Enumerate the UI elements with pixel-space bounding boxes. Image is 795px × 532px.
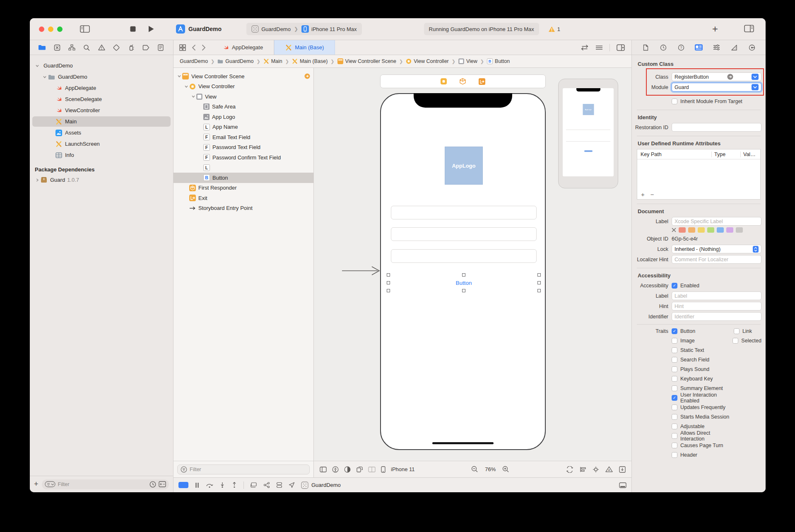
run-destination[interactable]: iPhone 11 Pro Max (311, 26, 357, 32)
editor-sidebar-icon[interactable] (320, 467, 327, 472)
outline-item-exit[interactable]: Exit (173, 193, 313, 203)
trait-image[interactable]: Image (672, 338, 695, 344)
trait-causes-page-turn[interactable]: Causes Page Turn (672, 443, 723, 448)
pause-icon[interactable] (195, 482, 200, 488)
breadcrumb-main-base-[interactable]: Main (Base) (292, 58, 328, 64)
inspector-tab-attributes[interactable] (708, 44, 725, 51)
accessibility-enabled-checkbox[interactable]: ✓ (672, 283, 677, 289)
localizer-hint-field[interactable]: Comment For Localizer (672, 255, 761, 264)
checkbox[interactable] (672, 404, 677, 410)
email-text-field-view[interactable] (391, 206, 537, 219)
trait-user-interaction-enabled[interactable]: ✓User Interaction Enabled (672, 392, 734, 404)
exit-dock-icon[interactable] (479, 78, 485, 85)
checkbox[interactable]: ✓ (672, 395, 677, 401)
navigator-tab-reports[interactable] (153, 44, 168, 51)
recent-files-icon[interactable] (149, 481, 156, 488)
navigator-item-guard[interactable]: Guard1.0.7 (30, 174, 173, 185)
selection-handle[interactable] (462, 289, 465, 292)
outline-filter-field[interactable] (177, 465, 310, 474)
selection-handle[interactable] (537, 281, 541, 284)
selection-handle[interactable] (537, 273, 541, 277)
adjust-editor-icon[interactable] (595, 45, 603, 50)
toggle-inspector-icon[interactable] (744, 25, 754, 32)
navigator-item-info[interactable]: Info (30, 149, 173, 161)
a11y-identifier-field[interactable]: Identifier (672, 312, 761, 321)
trait-adjustable[interactable]: Adjustable (672, 424, 704, 429)
inspector-tab-file[interactable] (637, 44, 655, 51)
outline-item-password-text-field[interactable]: FPassword Text Field (173, 142, 313, 153)
checkbox[interactable] (672, 385, 677, 391)
trait-button[interactable]: ✓Button (672, 328, 695, 334)
checkbox[interactable] (672, 347, 677, 353)
go-forward-icon[interactable] (202, 44, 206, 51)
lock-dropdown[interactable]: Inherited - (Nothing) (672, 245, 761, 253)
breadcrumb-view-controller[interactable]: View Controller (406, 58, 449, 64)
console-toggle-icon[interactable] (619, 482, 626, 488)
minimize-window-button[interactable] (48, 26, 53, 32)
inherit-module-checkbox[interactable] (672, 99, 677, 104)
tab-appdelegate[interactable]: AppDelegate (212, 40, 274, 55)
run-button[interactable] (148, 25, 154, 33)
a11y-hint-field[interactable]: Hint (672, 302, 761, 311)
selection-handle[interactable] (462, 273, 465, 277)
memory-graph-icon[interactable] (263, 482, 270, 488)
breadcrumb-view[interactable]: View (458, 58, 477, 64)
outline-item-button[interactable]: BButton (173, 173, 313, 183)
zoom-out-icon[interactable] (471, 466, 478, 473)
trait-header[interactable]: Header (672, 452, 697, 458)
go-back-icon[interactable] (192, 44, 196, 51)
stop-button[interactable] (130, 26, 136, 32)
navigator-tab-tests[interactable] (109, 44, 124, 51)
zoom-level[interactable]: 76% (485, 466, 496, 472)
navigator-item-guarddemo[interactable]: GuardDemo (30, 60, 173, 71)
goto-scene-icon[interactable] (304, 73, 310, 79)
checkbox[interactable] (734, 328, 740, 334)
checkbox[interactable] (672, 433, 677, 439)
embed-icon[interactable] (619, 466, 626, 473)
add-file-button[interactable]: + (34, 480, 39, 489)
outline-item-password-confirm-text-field[interactable]: FPassword Confirm Text Field (173, 152, 313, 163)
warning-badge[interactable]: 1 (548, 26, 560, 32)
breadcrumb-guarddemo[interactable]: GuardDemo (217, 58, 253, 64)
navigator-item-appdelegate[interactable]: AppDelegate (30, 82, 173, 94)
disclosure-icon[interactable] (183, 84, 189, 89)
outline-item-email-text-field[interactable]: FEmail Text Field (173, 132, 313, 142)
simulate-location-icon[interactable] (289, 482, 295, 488)
outline-item-view[interactable]: View (173, 91, 313, 102)
navigator-tab-find[interactable] (79, 44, 94, 51)
checkbox[interactable] (672, 338, 677, 344)
step-into-icon[interactable] (219, 482, 225, 488)
environment-overrides-icon[interactable] (276, 482, 282, 488)
trait-static-text[interactable]: Static Text (672, 347, 704, 353)
checkbox[interactable] (672, 452, 677, 458)
register-button-view[interactable]: Button (388, 275, 539, 291)
checkbox[interactable] (732, 338, 738, 344)
filter-menu-icon[interactable] (45, 481, 55, 487)
checkbox[interactable] (672, 443, 677, 448)
outline-filter-input[interactable] (190, 467, 306, 472)
remove-attribute-button[interactable]: − (650, 191, 654, 198)
outline-item-app-logo[interactable]: App Logo (173, 112, 313, 122)
navigator-filter-field[interactable] (42, 479, 169, 489)
trait-summary-element[interactable]: Summary Element (672, 385, 723, 391)
align-icon[interactable] (580, 467, 586, 472)
a11y-label-field[interactable]: Label (672, 291, 761, 300)
add-attribute-button[interactable]: + (641, 191, 645, 198)
appearance-icon[interactable] (344, 466, 351, 473)
selection-handle[interactable] (387, 289, 390, 292)
close-window-button[interactable] (39, 26, 44, 32)
accessibility-preview-icon[interactable] (332, 466, 339, 473)
selection-handle[interactable] (387, 273, 390, 277)
lock-stepper-icon[interactable] (753, 246, 759, 253)
outline-item-first-responder[interactable]: First Responder (173, 183, 313, 193)
outline-item-view-controller[interactable]: View Controller (173, 82, 313, 92)
color-swatch-2[interactable] (698, 227, 705, 233)
color-swatch-0[interactable] (679, 227, 686, 233)
navigator-tab-debug[interactable] (124, 44, 139, 51)
color-swatch-4[interactable] (717, 227, 724, 233)
selection-handle[interactable] (387, 281, 390, 284)
breadcrumb-button[interactable]: BButton (487, 58, 510, 64)
accessibility-enabled-row[interactable]: ✓ Enabled (672, 283, 699, 289)
inspector-tab-identity[interactable] (690, 44, 708, 51)
navigator-item-assets[interactable]: Assets (30, 127, 173, 138)
